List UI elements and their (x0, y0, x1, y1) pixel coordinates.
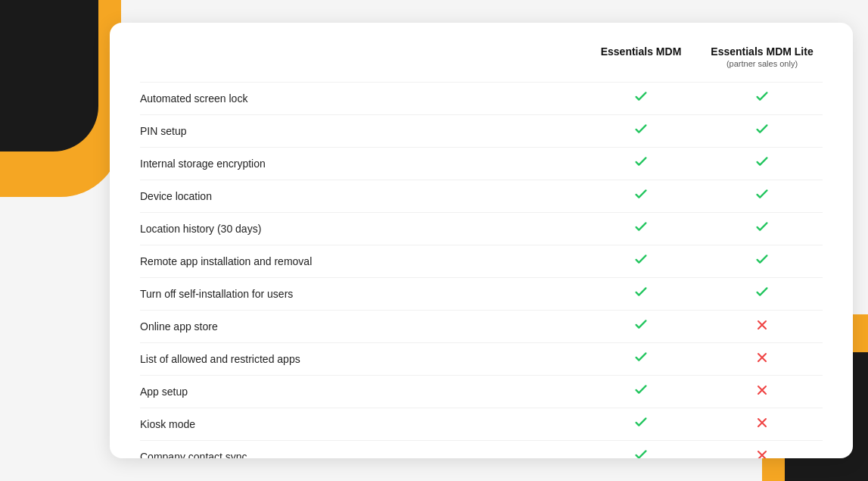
table-row: Company contact sync (140, 440, 823, 458)
table-row: Device location (140, 180, 823, 212)
check-icon (754, 251, 770, 272)
table-body: Automated screen lockPIN setupInternal s… (140, 82, 823, 458)
feature-label: Internal storage encryption (140, 158, 580, 170)
feature-label: Online app store (140, 320, 580, 333)
lite-check-cell (702, 120, 823, 142)
check-icon (754, 283, 770, 305)
table-row: Kiosk mode (140, 408, 823, 440)
mdm-check-cell (580, 88, 702, 109)
lite-check-cell (702, 448, 823, 459)
check-icon (633, 218, 649, 239)
mdm-check-cell (580, 348, 702, 370)
lite-check-cell (702, 153, 823, 174)
table-row: Internal storage encryption (140, 147, 823, 180)
feature-label: Turn off self-installation for users (140, 288, 580, 300)
check-icon (633, 381, 649, 402)
table-row: Online app store (140, 310, 823, 342)
lite-check-cell (702, 383, 823, 401)
table-row: Automated screen lock (140, 82, 823, 114)
x-icon (754, 415, 770, 434)
check-icon (633, 414, 649, 435)
essentials-mdm-title: Essentials MDM (580, 45, 702, 58)
check-icon (754, 88, 770, 109)
x-icon (754, 317, 770, 336)
x-icon (754, 448, 770, 459)
lite-check-cell (702, 317, 823, 336)
lite-check-cell (702, 415, 823, 434)
essentials-mdm-lite-subtitle: (partner sales only) (702, 59, 823, 68)
mdm-check-cell (580, 414, 702, 435)
check-icon (754, 153, 770, 174)
lite-check-cell (702, 251, 823, 272)
lite-check-cell (702, 350, 823, 369)
check-icon (633, 316, 649, 337)
x-icon (754, 350, 770, 369)
x-icon (754, 383, 770, 401)
lite-check-cell (702, 88, 823, 109)
feature-label: Remote app installation and removal (140, 255, 580, 267)
check-icon (754, 186, 770, 207)
check-icon (633, 186, 649, 207)
essentials-mdm-lite-title: Essentials MDM Lite (702, 45, 823, 58)
lite-check-cell (702, 186, 823, 207)
check-icon (754, 120, 770, 142)
mdm-check-cell (580, 381, 702, 402)
mdm-check-cell (580, 153, 702, 174)
mdm-check-cell (580, 446, 702, 458)
feature-label: Automated screen lock (140, 92, 580, 105)
feature-label: List of allowed and restricted apps (140, 353, 580, 365)
check-icon (633, 88, 649, 109)
essentials-mdm-header: Essentials MDM (580, 45, 702, 58)
feature-label: PIN setup (140, 125, 580, 137)
mdm-check-cell (580, 218, 702, 239)
essentials-mdm-lite-header: Essentials MDM Lite (partner sales only) (702, 45, 823, 68)
check-icon (633, 251, 649, 272)
feature-label: Kiosk mode (140, 418, 580, 430)
mdm-check-cell (580, 120, 702, 142)
comparison-card: Essentials MDM Essentials MDM Lite (part… (110, 23, 853, 458)
check-icon (633, 120, 649, 142)
feature-label: Device location (140, 190, 580, 202)
mdm-check-cell (580, 186, 702, 207)
feature-label: App setup (140, 386, 580, 398)
table-row: List of allowed and restricted apps (140, 342, 823, 375)
table-row: Turn off self-installation for users (140, 277, 823, 310)
mdm-check-cell (580, 283, 702, 305)
table-row: Remote app installation and removal (140, 245, 823, 277)
feature-label: Company contact sync (140, 451, 580, 458)
check-icon (633, 153, 649, 174)
table-header-row: Essentials MDM Essentials MDM Lite (part… (140, 45, 823, 68)
check-icon (754, 218, 770, 239)
mdm-check-cell (580, 316, 702, 337)
table-row: App setup (140, 375, 823, 408)
bg-decoration-dark-top-left (0, 0, 98, 151)
mdm-check-cell (580, 251, 702, 272)
lite-check-cell (702, 283, 823, 305)
check-icon (633, 348, 649, 370)
check-icon (633, 446, 649, 458)
lite-check-cell (702, 218, 823, 239)
feature-label: Location history (30 days) (140, 223, 580, 235)
table-row: Location history (30 days) (140, 212, 823, 245)
comparison-table: Essentials MDM Essentials MDM Lite (part… (140, 45, 823, 458)
check-icon (633, 283, 649, 305)
table-row: PIN setup (140, 114, 823, 147)
